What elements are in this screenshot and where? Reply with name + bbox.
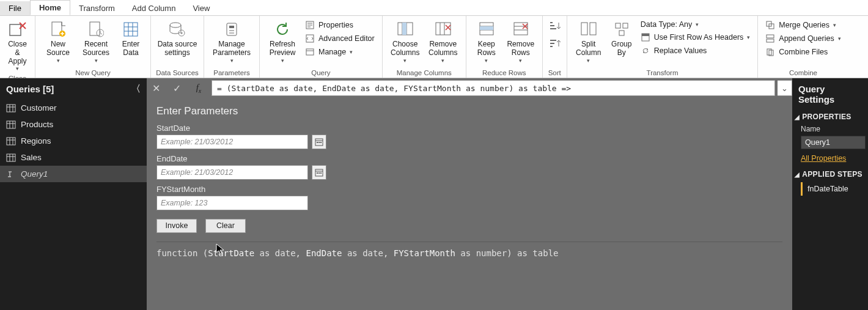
- queries-title: Queries [5]: [6, 84, 54, 94]
- query-item-label: Customer: [21, 103, 57, 113]
- query-name-input[interactable]: [801, 136, 866, 149]
- dropdown-caret-icon: ▾: [16, 65, 19, 72]
- group-label-data-sources: Data Sources: [155, 68, 200, 78]
- merge-queries-label: Merge Queries: [779, 21, 829, 29]
- first-row-headers-button[interactable]: Use First Row As Headers ▾: [639, 32, 752, 43]
- tab-view[interactable]: View: [184, 1, 218, 15]
- enter-data-button[interactable]: Enter Data: [115, 18, 147, 59]
- keep-rows-icon: [476, 20, 497, 39]
- svg-rect-0: [10, 24, 21, 35]
- svg-rect-34: [7, 121, 15, 128]
- properties-section-header[interactable]: ◢PROPERTIES: [792, 110, 868, 124]
- dropdown-caret-icon: ▾: [519, 57, 522, 64]
- data-type-button[interactable]: Data Type: Any ▾: [639, 20, 752, 29]
- clear-button[interactable]: Clear: [205, 219, 246, 233]
- enter-parameters-title: Enter Parameters: [156, 105, 782, 117]
- recent-sources-icon: [86, 20, 106, 39]
- split-column-label: Split Column: [576, 40, 601, 57]
- new-source-icon: [48, 20, 68, 39]
- formula-cancel-button[interactable]: ✕: [147, 80, 165, 96]
- query-item-label: Query1: [21, 169, 48, 179]
- advanced-editor-label: Advanced Editor: [318, 34, 375, 43]
- query-item[interactable]: Query1: [0, 166, 147, 182]
- sort-desc-button[interactable]: [548, 39, 561, 51]
- merge-queries-icon: [765, 20, 775, 30]
- group-by-icon: [611, 20, 632, 39]
- close-apply-icon: [7, 20, 28, 39]
- group-label-manage-columns: Manage Columns: [386, 68, 462, 78]
- tab-home[interactable]: Home: [30, 0, 70, 15]
- param-input-fystartmonth[interactable]: [156, 196, 308, 210]
- applied-step[interactable]: fnDateTable: [801, 182, 868, 196]
- formula-expand-button[interactable]: ⌄: [778, 80, 792, 96]
- invoke-button[interactable]: Invoke: [156, 219, 197, 233]
- applied-steps-section-header[interactable]: ◢APPLIED STEPS: [792, 168, 868, 181]
- all-properties-link[interactable]: All Properties: [792, 152, 868, 168]
- close-apply-label: Close & Apply: [5, 40, 30, 65]
- enter-data-icon: [120, 20, 141, 39]
- formula-commit-button[interactable]: ✓: [167, 80, 186, 96]
- query-item[interactable]: Customer: [0, 100, 147, 116]
- properties-button[interactable]: Properties: [304, 20, 376, 31]
- dropdown-caret-icon: ▾: [281, 57, 284, 64]
- sort-asc-button[interactable]: [548, 21, 561, 34]
- close-apply-button[interactable]: Close & Apply ▾: [4, 18, 31, 73]
- query-settings-title: Query Settings: [792, 78, 868, 110]
- refresh-icon: [272, 20, 293, 39]
- combine-files-button[interactable]: Combine Files: [764, 46, 842, 57]
- formula-input[interactable]: = (StartDate as date, EndDate as date, F…: [211, 80, 775, 96]
- data-source-settings-button[interactable]: Data source settings: [155, 18, 200, 59]
- dropdown-caret-icon: ▾: [403, 57, 406, 64]
- group-by-button[interactable]: Group By: [606, 18, 637, 59]
- recent-sources-button[interactable]: Recent Sources ▾: [77, 18, 115, 65]
- date-picker-button[interactable]: [312, 165, 326, 180]
- keep-rows-label: Keep Rows: [477, 40, 496, 57]
- svg-rect-43: [318, 172, 320, 174]
- param-label: StartDate: [156, 124, 782, 133]
- dropdown-caret-icon: ▾: [696, 21, 699, 28]
- choose-columns-button[interactable]: Choose Columns ▾: [386, 18, 424, 65]
- query-item[interactable]: Products: [0, 116, 147, 133]
- refresh-preview-button[interactable]: Refresh Preview ▾: [263, 18, 301, 65]
- advanced-editor-button[interactable]: Advanced Editor: [304, 33, 376, 44]
- svg-rect-38: [317, 142, 318, 143]
- query-settings-pane: Query Settings ◢PROPERTIES Name All Prop…: [792, 78, 868, 310]
- svg-rect-9: [227, 23, 237, 35]
- table-icon: [6, 137, 16, 146]
- svg-rect-10: [229, 26, 234, 28]
- tab-file[interactable]: File: [0, 1, 30, 15]
- table-icon: [6, 104, 16, 113]
- query-item[interactable]: Regions: [0, 133, 147, 149]
- tab-transform[interactable]: Transform: [70, 1, 123, 15]
- replace-values-icon: [641, 46, 650, 56]
- group-label-combine: Combine: [762, 68, 844, 78]
- merge-queries-button[interactable]: Merge Queries ▾: [764, 20, 842, 31]
- param-input-startdate[interactable]: [156, 135, 308, 149]
- function-signature: function (StartDate as date, EndDate as …: [156, 248, 782, 258]
- svg-rect-12: [306, 35, 314, 42]
- manage-parameters-button[interactable]: Manage Parameters ▾: [208, 18, 256, 65]
- remove-columns-label: Remove Columns: [428, 40, 457, 57]
- svg-rect-24: [619, 31, 624, 35]
- svg-rect-30: [767, 39, 774, 42]
- collapse-pane-button[interactable]: 〈: [131, 83, 141, 95]
- date-picker-button[interactable]: [312, 135, 326, 149]
- svg-point-8: [180, 32, 182, 34]
- manage-query-button[interactable]: Manage ▾: [304, 46, 376, 57]
- query-item[interactable]: Sales: [0, 149, 147, 166]
- tab-strip: File Home Transform Add Column View: [0, 0, 868, 16]
- tab-add-column[interactable]: Add Column: [123, 1, 185, 15]
- remove-rows-button[interactable]: Remove Rows ▾: [503, 18, 539, 65]
- dropdown-caret-icon: ▾: [833, 22, 836, 28]
- append-queries-button[interactable]: Append Queries ▾: [764, 33, 842, 44]
- name-label: Name: [792, 124, 868, 135]
- replace-values-label: Replace Values: [654, 46, 707, 55]
- keep-rows-button[interactable]: Keep Rows ▾: [470, 18, 503, 65]
- remove-columns-button[interactable]: Remove Columns ▾: [424, 18, 462, 65]
- split-column-button[interactable]: Split Column ▾: [571, 18, 606, 65]
- param-input-enddate[interactable]: [156, 165, 308, 180]
- group-label-parameters: Parameters: [208, 68, 256, 78]
- replace-values-button[interactable]: Replace Values: [639, 45, 752, 56]
- new-source-button[interactable]: New Source ▾: [39, 18, 77, 65]
- refresh-preview-label: Refresh Preview: [270, 40, 296, 57]
